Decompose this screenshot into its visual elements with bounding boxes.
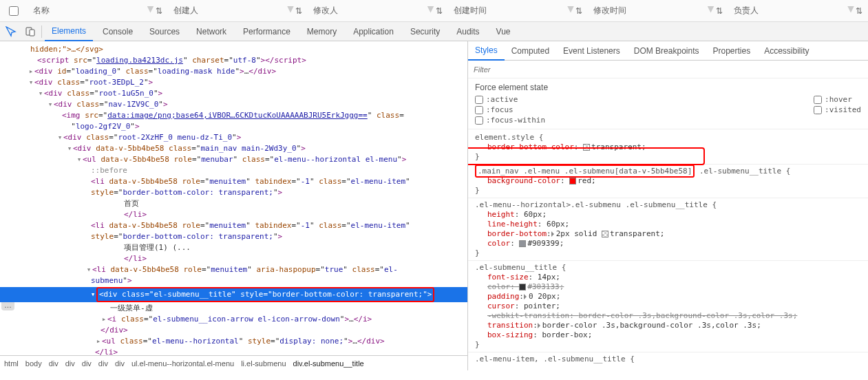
tab-event-listeners[interactable]: Event Listeners: [556, 42, 627, 60]
tab-properties[interactable]: Properties: [706, 42, 757, 60]
col-modified[interactable]: 修改时间⇅: [588, 5, 728, 17]
col-created[interactable]: 创建时间⇅: [448, 5, 589, 17]
tab-performance[interactable]: Performance: [236, 23, 297, 41]
tree-line[interactable]: submenu">: [0, 275, 467, 286]
bc-li[interactable]: li.el-submenu: [241, 359, 286, 368]
col-creator[interactable]: 创建人⇅: [168, 5, 308, 17]
tree-line[interactable]: <li data-v-5bb4be58 role="menuitem" tabi…: [0, 176, 467, 187]
tree-line[interactable]: ▸<div id="loading_0" class="loading-mask…: [0, 66, 467, 77]
tree-line[interactable]: style="border-bottom-color: transparent;…: [0, 187, 467, 198]
filter-icon: [567, 6, 574, 13]
tree-line[interactable]: ▾<ul data-v-5bb4be58 role="menubar" clas…: [0, 154, 467, 165]
dom-tree[interactable]: hidden;">…</svg> <script src="loading.ba…: [0, 41, 467, 355]
tab-elements[interactable]: Elements: [45, 22, 93, 41]
col-owner[interactable]: 负责人⇅: [728, 5, 869, 17]
tree-line[interactable]: <script src="loading.ba4213dc.js" charse…: [0, 55, 467, 66]
rule-submenu-title[interactable]: .el-submenu__title { font-size: 14px; co…: [468, 261, 868, 352]
tree-line[interactable]: ▸<ul class="el-menu--horizontal" style="…: [0, 336, 467, 347]
col-name[interactable]: 名称⇅: [28, 5, 168, 17]
rule-element-style[interactable]: element.style { border-bottom-color: tra…: [468, 131, 868, 165]
tab-application[interactable]: Application: [346, 23, 401, 41]
tab-network[interactable]: Network: [189, 23, 233, 41]
svg-rect-1: [30, 30, 34, 36]
bc-div[interactable]: div: [115, 359, 125, 368]
expand-icon[interactable]: [551, 231, 554, 237]
filter-input[interactable]: [474, 65, 862, 74]
tree-line[interactable]: </li>: [0, 209, 467, 220]
filter-icon: [427, 6, 434, 13]
filter-icon: [708, 6, 714, 13]
force-title: Force element state: [475, 83, 861, 92]
tab-console[interactable]: Console: [96, 23, 140, 41]
device-toggle-icon[interactable]: [22, 23, 39, 40]
state-visited[interactable]: :visited: [814, 105, 861, 114]
bc-html[interactable]: html: [4, 359, 19, 368]
tree-line[interactable]: ▾<div class="nav-1ZV9C_0">: [0, 99, 467, 110]
tree-line[interactable]: 首页: [0, 198, 467, 209]
styles-filter[interactable]: [468, 61, 868, 78]
state-focus-within[interactable]: :focus-within: [475, 116, 545, 125]
tab-computed[interactable]: Computed: [505, 42, 556, 60]
sort-icon: ⇅: [156, 6, 162, 16]
filter-icon: [287, 6, 294, 13]
tree-line[interactable]: </div>: [0, 325, 467, 336]
color-swatch-icon[interactable]: [583, 144, 590, 151]
page-table-header: 名称⇅ 创建人⇅ 修改人⇅ 创建时间⇅ 修改时间⇅ 负责人⇅: [0, 0, 868, 22]
rule-menu-item[interactable]: .el-menu-item, .el-submenu__title {: [468, 352, 868, 366]
sort-icon: ⇅: [575, 6, 582, 16]
bc-body[interactable]: body: [25, 359, 42, 368]
color-swatch-icon[interactable]: [519, 240, 526, 247]
sort-icon: ⇅: [716, 6, 723, 16]
rule-horizontal-submenu[interactable]: .el-menu--horizontal>.el-submenu .el-sub…: [468, 198, 868, 261]
select-all-checkbox[interactable]: [0, 6, 28, 16]
tab-memory[interactable]: Memory: [300, 23, 343, 41]
tab-security[interactable]: Security: [403, 23, 447, 41]
tree-line[interactable]: <li data-v-5bb4be58 role="menuitem" tabi…: [0, 220, 467, 231]
bc-div[interactable]: div: [49, 359, 59, 368]
selected-element[interactable]: ▾<div class="el-submenu__title" style="b…: [0, 287, 467, 302]
bc-div[interactable]: div: [98, 359, 108, 368]
bc-current[interactable]: div.el-submenu__title: [293, 359, 364, 368]
tab-dom-breakpoints[interactable]: DOM Breakpoints: [627, 42, 706, 60]
tree-line[interactable]: ▾<div class="root-2XzHF_0 menu-dz-Ti_0">: [0, 132, 467, 143]
styles-rules[interactable]: element.style { border-bottom-color: tra…: [468, 129, 868, 370]
expand-icon[interactable]: [524, 294, 527, 299]
tab-audits[interactable]: Audits: [449, 23, 486, 41]
bc-div[interactable]: div: [65, 359, 75, 368]
tree-line[interactable]: 一级菜单-虚: [0, 303, 467, 314]
state-active[interactable]: :active: [475, 95, 545, 104]
tab-vue[interactable]: Vue: [489, 23, 518, 41]
tree-line[interactable]: ▸<i class="el-submenu__icon-arrow el-ico…: [0, 314, 467, 325]
state-hover[interactable]: :hover: [814, 95, 861, 104]
bc-ul[interactable]: ul.el-menu--horizontal.el-menu: [131, 359, 234, 368]
rule-main-nav[interactable]: .main_nav .el-menu .el-submenu[data-v-5b…: [468, 165, 868, 198]
tree-line[interactable]: ▾<div data-v-5bb4be58 class="main_nav ma…: [0, 143, 467, 154]
tab-accessibility[interactable]: Accessibility: [757, 42, 816, 60]
tab-styles[interactable]: Styles: [468, 41, 505, 61]
tree-line[interactable]: </li>: [0, 253, 467, 264]
col-modifier[interactable]: 修改人⇅: [308, 5, 448, 17]
tree-line[interactable]: <img src="data:image/png;base64,iVBOR…6C…: [0, 110, 467, 132]
tree-line[interactable]: ::before: [0, 165, 467, 176]
color-swatch-icon[interactable]: [602, 231, 608, 237]
devtools-toolbar: Elements Console Sources Network Perform…: [0, 22, 868, 41]
tree-line[interactable]: style="border-bottom-color: transparent;…: [0, 231, 467, 242]
elements-panel: … hidden;">…</svg> <script src="loading.…: [0, 41, 468, 370]
state-focus[interactable]: :focus: [475, 105, 545, 114]
filter-icon: [847, 6, 854, 13]
tree-line[interactable]: ▾<div class="root-1uG5n_0">: [0, 88, 467, 99]
breadcrumb: html body div div div div div ul.el-menu…: [0, 355, 467, 370]
bc-div[interactable]: div: [82, 359, 92, 368]
tab-sources[interactable]: Sources: [142, 23, 187, 41]
tree-line[interactable]: 项目管理(1) (...: [0, 242, 467, 253]
expand-icon[interactable]: [538, 323, 540, 328]
color-swatch-icon[interactable]: [569, 178, 576, 184]
inspect-icon[interactable]: [3, 23, 19, 40]
color-swatch-icon[interactable]: [519, 284, 526, 291]
tree-line[interactable]: ▾<li data-v-5bb4be58 role="menuitem" ari…: [0, 264, 467, 275]
sort-icon: ⇅: [295, 6, 302, 16]
styles-panel: Styles Computed Event Listeners DOM Brea…: [468, 41, 868, 370]
tree-line[interactable]: hidden;">…</svg>: [0, 44, 467, 55]
tree-line[interactable]: </li>: [0, 347, 467, 355]
tree-line[interactable]: ▾<div class="root-3EDpL_2">: [0, 77, 467, 88]
